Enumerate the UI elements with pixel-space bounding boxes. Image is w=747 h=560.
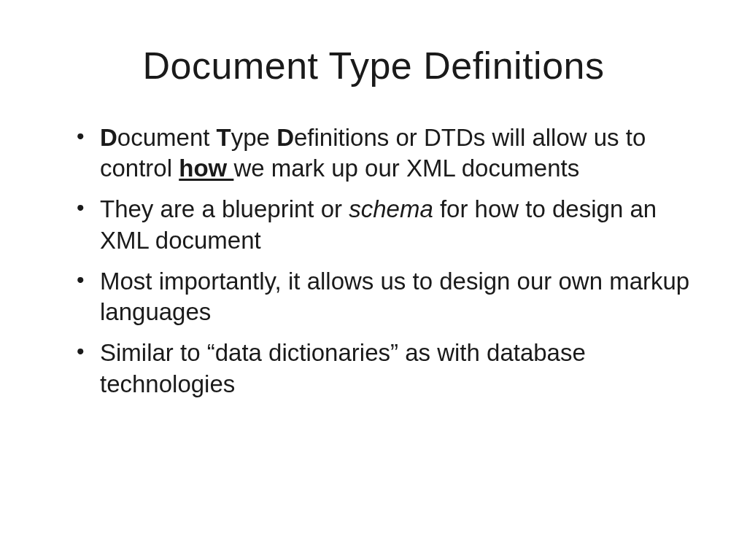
slide: Document Type Definitions Document Type … [0, 0, 747, 560]
text: ype [231, 124, 276, 151]
bullet-item: They are a blueprint or schema for how t… [77, 194, 692, 255]
bullet-list: Document Type Definitions or DTDs will a… [77, 122, 692, 400]
text: ocument [117, 124, 217, 151]
text: Similar to “data dictionaries” as with d… [100, 339, 586, 397]
text: Most importantly, it allows us to design… [100, 268, 689, 325]
slide-content: Document Type Definitions or DTDs will a… [55, 122, 692, 400]
slide-title: Document Type Definitions [55, 44, 692, 88]
bold-text: T [217, 124, 231, 151]
bold-text: D [276, 124, 294, 151]
bold-underline-text: how [179, 155, 233, 182]
bullet-item: Similar to “data dictionaries” as with d… [77, 338, 692, 399]
bullet-item: Most importantly, it allows us to design… [77, 266, 692, 327]
text: we mark up our XML documents [233, 155, 579, 182]
italic-text: schema [349, 195, 433, 222]
bold-text: D [100, 124, 117, 151]
bullet-item: Document Type Definitions or DTDs will a… [77, 122, 692, 184]
text: They are a blueprint or [100, 195, 349, 222]
